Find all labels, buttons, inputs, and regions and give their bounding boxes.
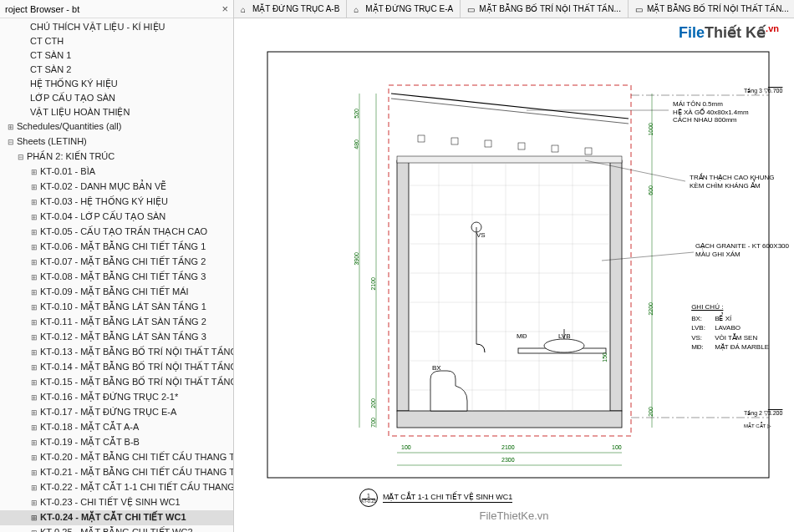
expand-icon[interactable]: ⊞ [30, 196, 38, 209]
sheet-item[interactable]: ⊞KT-0.18 - MẶT CẮT A-A [0, 420, 233, 435]
sheet-item[interactable]: ⊞KT-0.14 - MẶT BẰNG BỐ TRÍ NỘI THẤT TẦNG… [0, 360, 233, 375]
sheet-label: KT-0.14 - MẶT BẰNG BỐ TRÍ NỘI THẤT TẦNG … [40, 362, 234, 372]
browser-header: roject Browser - bt × [0, 0, 233, 18]
sheet-label: KT-0.08 - MẶT BẰNG CHI TIẾT TẦNG 3 [40, 271, 206, 281]
expand-icon[interactable]: ⊞ [30, 437, 38, 449]
expand-icon[interactable]: ⊞ [30, 211, 38, 224]
sheet-item[interactable]: ⊞KT-0.16 - MẶT ĐỨNG TRỤC 2-1* [0, 390, 233, 405]
expand-icon[interactable]: ⊞ [30, 392, 38, 404]
expand-icon[interactable]: ⊞ [30, 301, 38, 314]
view-tab[interactable]: ⌂MẶT ĐỨNG TRỤC A-B [234, 0, 347, 18]
expand-icon[interactable]: ⊞ [30, 527, 38, 532]
sheet-item[interactable]: ⊞KT-0.17 - MẶT ĐỨNG TRỤC E-A [0, 405, 233, 420]
expand-icon[interactable]: ⊞ [30, 286, 38, 299]
tree-item[interactable]: VẬT LIỆU HOÀN THIỆN [0, 105, 233, 119]
sheet-label: KT-0.12 - MẶT BẰNG LÁT SÀN TẦNG 3 [40, 332, 206, 342]
svg-rect-3 [610, 160, 622, 411]
svg-rect-1 [389, 85, 631, 436]
sheet-label: KT-0.20 - MẶT BẰNG CHI TIẾT CẦU THANG TH… [40, 452, 234, 462]
expand-icon[interactable]: ⊞ [30, 166, 38, 179]
expand-icon[interactable]: ⊞ [30, 362, 38, 374]
sheet-label: KT-0.06 - MẶT BẰNG CHI TIẾT TẦNG 1 [40, 241, 206, 251]
collapse-icon[interactable]: ⊟ [17, 151, 25, 164]
expand-icon[interactable]: ⊞ [30, 256, 38, 269]
sheet-item[interactable]: ⊞KT-0.11 - MẶT BẰNG LÁT SÀN TẦNG 2 [0, 315, 233, 330]
expand-icon[interactable]: ⊞ [30, 241, 38, 254]
sheet-item[interactable]: ⊞KT-0.13 - MẶT BẰNG BỐ TRÍ NỘI THẤT TẦNG… [0, 345, 233, 360]
sheet-item[interactable]: ⊞KT-0.20 - MẶT BẰNG CHI TIẾT CẦU THANG T… [0, 450, 233, 465]
tree-item[interactable]: CT CTH [0, 34, 233, 48]
expand-icon[interactable]: ⊞ [30, 347, 38, 359]
browser-tree: CHÚ THÍCH VẬT LIỆU - KÍ HIỆU CT CTH CT S… [0, 18, 233, 532]
view-tab[interactable]: ⌂MẶT ĐỨNG TRỤC E-A [347, 0, 461, 18]
sheet-item[interactable]: ⊞KT-0.15 - MẶT BẰNG BỐ TRÍ NỘI THẤT TẦNG… [0, 375, 233, 390]
sheet-item[interactable]: ⊞KT-0.25 - MẶT BẰNG CHI TIẾT WC2 [0, 525, 233, 532]
expand-icon[interactable]: ⊞ [30, 512, 38, 524]
sheet-item[interactable]: ⊞KT-0.06 - MẶT BẰNG CHI TIẾT TẦNG 1 [0, 240, 233, 255]
sheet-item[interactable]: ⊞KT-0.23 - CHI TIẾT VỆ SINH WC1 [0, 495, 233, 510]
expand-icon[interactable]: ⊞ [30, 407, 38, 419]
dim: 2100 [370, 277, 376, 291]
dim: 2100 [501, 444, 515, 450]
legend-box: GHI CHÚ : BX:BỂ XÍ LVB:LAVABO VS:VÒI TẮM… [691, 302, 769, 352]
expand-icon[interactable]: ⊞ [30, 181, 38, 194]
sheet-item[interactable]: ⊞KT-0.08 - MẶT BẰNG CHI TIẾT TẦNG 3 [0, 270, 233, 285]
sheet-label: KT-0.03 - HỆ THỐNG KÝ HIỆU [40, 196, 168, 206]
level-marker-bottom: Tầng 2 ▽3.200 [744, 410, 782, 417]
sheet-item[interactable]: ⊞KT-0.12 - MẶT BẰNG LÁT SÀN TẦNG 3 [0, 330, 233, 345]
close-icon[interactable]: × [221, 3, 228, 15]
sheet-icon: ▭ [467, 5, 476, 13]
sheet-label: KT-0.01 - BÌA [40, 166, 95, 176]
sheet-item[interactable]: ⊞KT-0.02 - DANH MỤC BẢN VẼ [0, 180, 233, 195]
sheet-label: KT-0.07 - MẶT BẰNG CHI TIẾT TẦNG 2 [40, 256, 206, 266]
expand-icon[interactable]: ⊞ [30, 377, 38, 389]
tree-item[interactable]: CT SÀN 1 [0, 48, 233, 63]
sheet-item[interactable]: ⊞KT-0.09 - MẶT BẰNG CHI TIẾT MÁI [0, 285, 233, 300]
expand-icon[interactable]: ⊞ [30, 226, 38, 239]
sheet-item[interactable]: ⊞KT-0.01 - BÌA [0, 165, 233, 180]
sheet-item[interactable]: ⊞KT-0.05 - CẤU TẠO TRẦN THẠCH CAO [0, 225, 233, 240]
dim: 1000 [648, 123, 654, 136]
tree-item[interactable]: LỚP CẤU TẠO SÀN [0, 91, 233, 105]
tree-item[interactable]: CHÚ THÍCH VẬT LIỆU - KÍ HIỆU [0, 20, 233, 34]
sheet-item[interactable]: ⊞KT-0.22 - MẶT CẮT 1-1 CHI TIẾT CẦU THAN… [0, 480, 233, 495]
sheet-item[interactable]: ⊞KT-0.24 - MẶT CẮT CHI TIẾT WC1 [0, 510, 233, 525]
expand-icon[interactable]: ⊞ [7, 121, 15, 134]
sheet-label: KT-0.16 - MẶT ĐỨNG TRỤC 2-1* [40, 392, 178, 402]
view-tab[interactable]: ▭MẶT BẰNG BỐ TRÍ NỘI THẤT TẦN... [629, 0, 794, 18]
sheet-item[interactable]: ⊞KT-0.03 - HỆ THỐNG KÝ HIỆU [0, 195, 233, 210]
sheet-item[interactable]: ⊞KT-0.19 - MẶT CẮT B-B [0, 435, 233, 450]
sheet-item[interactable]: ⊞KT-0.07 - MẶT BẰNG CHI TIẾT TẦNG 2 [0, 255, 233, 270]
dim: 600 [648, 185, 654, 195]
expand-icon[interactable]: ⊞ [30, 482, 38, 494]
dim: 480 [354, 139, 359, 149]
tree-section[interactable]: ⊟PHẦN 2: KIẾN TRÚC [0, 149, 233, 165]
tree-item[interactable]: HỆ THỐNG KÝ HIỆU [0, 77, 233, 91]
home-icon: ⌂ [241, 5, 249, 13]
dim: 3900 [354, 252, 359, 266]
expand-icon[interactable]: ⊞ [30, 452, 38, 464]
svg-line-38 [585, 160, 685, 181]
drawing-canvas[interactable]: FileThiết Kế.vn [234, 18, 794, 532]
dim: 150 [602, 352, 608, 362]
sheet-item[interactable]: ⊞KT-0.04 - LỚP CẤU TẠO SÀN [0, 210, 233, 225]
collapse-icon[interactable]: ⊟ [7, 136, 15, 149]
tree-schedules[interactable]: ⊞Schedules/Quantities (all) [0, 119, 233, 134]
svg-rect-13 [585, 148, 592, 155]
footer-watermark: FileThietKe.vn [479, 509, 548, 522]
sheet-item[interactable]: ⊞KT-0.21 - MẶT BẰNG CHI TIẾT CẦU THANG T… [0, 465, 233, 480]
dim: 200 [370, 398, 376, 408]
tree-sheets[interactable]: ⊟Sheets (LETINH) [0, 134, 233, 149]
expand-icon[interactable]: ⊞ [30, 332, 38, 344]
sheet-item[interactable]: ⊞KT-0.10 - MẶT BẰNG LÁT SÀN TẦNG 1 [0, 300, 233, 315]
expand-icon[interactable]: ⊞ [30, 317, 38, 329]
expand-icon[interactable]: ⊞ [30, 422, 38, 434]
expand-icon[interactable]: ⊞ [30, 467, 38, 479]
expand-icon[interactable]: ⊞ [30, 271, 38, 284]
expand-icon[interactable]: ⊞ [30, 497, 38, 509]
project-browser-panel[interactable]: roject Browser - bt × CHÚ THÍCH VẬT LIỆU… [0, 0, 234, 532]
svg-rect-10 [485, 140, 491, 147]
sheet-label: KT-0.24 - MẶT CẮT CHI TIẾT WC1 [40, 512, 186, 522]
view-tab[interactable]: ▭MẶT BẰNG BỐ TRÍ NỘI THẤT TẦN... [461, 0, 629, 18]
tree-item[interactable]: CT SÀN 2 [0, 63, 233, 77]
